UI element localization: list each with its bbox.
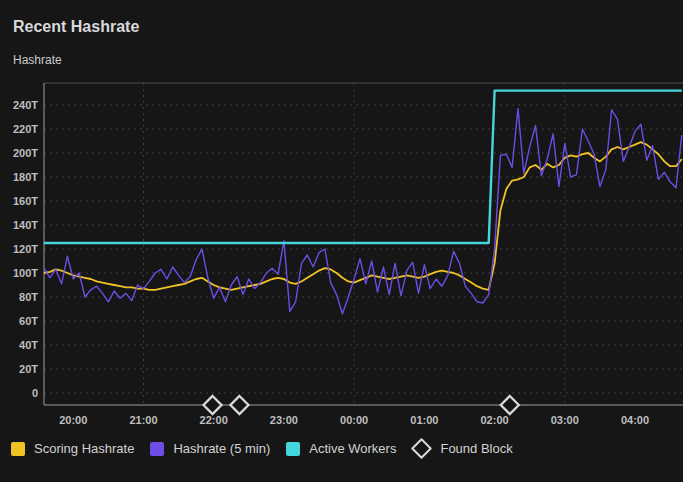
x-tick-label: 03:00 (543, 414, 587, 427)
y-tick-label: 40T (0, 339, 38, 352)
found-block-marker[interactable] (204, 396, 222, 414)
y-tick-label: 240T (0, 99, 38, 112)
color-swatch (286, 442, 300, 456)
y-tick-label: 200T (0, 147, 38, 160)
x-tick-label: 02:00 (473, 414, 517, 427)
x-tick-label: 00:00 (332, 414, 376, 427)
plot-area[interactable] (0, 0, 683, 482)
x-tick-label: 23:00 (262, 414, 306, 427)
x-tick-label: 01:00 (402, 414, 446, 427)
y-tick-label: 120T (0, 243, 38, 256)
series-line-2 (44, 91, 682, 243)
legend-label: Scoring Hashrate (34, 441, 134, 456)
recent-hashrate-panel: Recent Hashrate Hashrate 020T40T60T80T10… (0, 0, 683, 482)
y-tick-label: 60T (0, 315, 38, 328)
y-tick-label: 180T (0, 171, 38, 184)
color-swatch (150, 442, 164, 456)
x-tick-label: 20:00 (51, 414, 95, 427)
legend-item-hashrate-5-min[interactable]: Hashrate (5 min) (150, 441, 270, 456)
y-tick-label: 160T (0, 195, 38, 208)
x-tick-label: 04:00 (613, 414, 657, 427)
series-line-0 (44, 142, 682, 290)
y-tick-label: 80T (0, 291, 38, 304)
y-tick-label: 140T (0, 219, 38, 232)
y-tick-label: 20T (0, 363, 38, 376)
legend-item-scoring-hashrate[interactable]: Scoring Hashrate (11, 441, 134, 456)
legend-item-found-block[interactable]: Found Block (412, 441, 512, 456)
series-line-1 (44, 109, 682, 314)
legend-label: Hashrate (5 min) (173, 441, 270, 456)
found-block-marker[interactable] (501, 396, 519, 414)
y-tick-label: 0 (0, 387, 38, 400)
legend: Scoring HashrateHashrate (5 min)Active W… (11, 441, 513, 456)
hashrate-chart: 020T40T60T80T100T120T140T160T180T200T220… (0, 0, 683, 482)
legend-label: Found Block (440, 441, 512, 456)
legend-label: Active Workers (309, 441, 396, 456)
y-tick-label: 220T (0, 123, 38, 136)
x-tick-label: 21:00 (121, 414, 165, 427)
y-tick-label: 100T (0, 267, 38, 280)
diamond-icon (411, 438, 432, 459)
color-swatch (11, 442, 25, 456)
legend-item-active-workers[interactable]: Active Workers (286, 441, 396, 456)
x-tick-label: 22:00 (192, 414, 236, 427)
found-block-marker[interactable] (230, 396, 248, 414)
